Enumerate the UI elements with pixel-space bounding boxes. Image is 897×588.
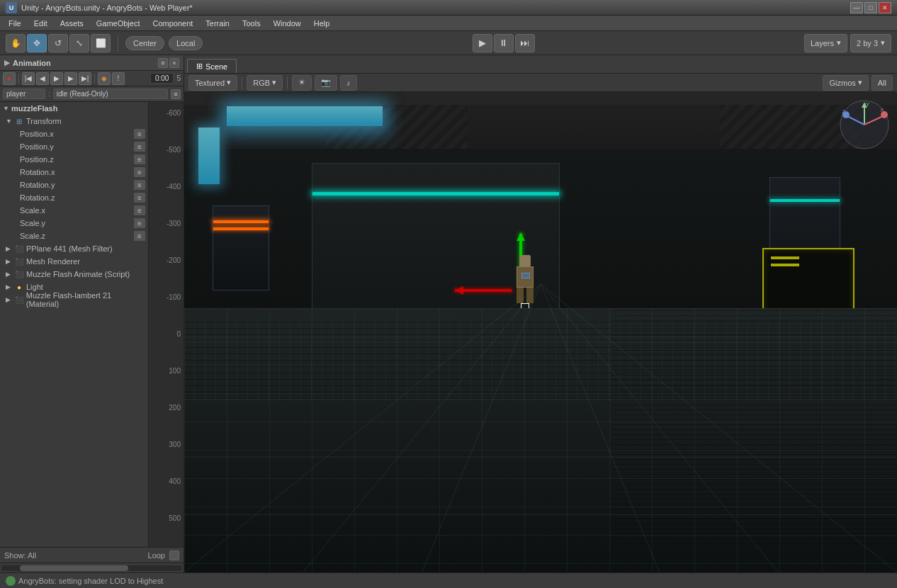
layers-dropdown[interactable]: Layers ▾ bbox=[804, 34, 847, 52]
menu-assets[interactable]: Assets bbox=[55, 18, 89, 29]
panel-menu-button[interactable]: ≡ bbox=[158, 58, 168, 68]
prop-posx[interactable]: Position.x ≡ bbox=[0, 128, 148, 140]
gizmos-button[interactable]: Gizmos ▾ bbox=[823, 75, 868, 91]
prop-material[interactable]: ▶ ⬛ Muzzle Flash-lambert 21 (Material) bbox=[0, 293, 148, 306]
player-field[interactable]: player bbox=[3, 89, 45, 99]
layers-chevron-icon: ▾ bbox=[837, 38, 841, 47]
property-names-list: ▼ muzzleFlash ▼ ⊞ Transform Position.x ≡ bbox=[0, 102, 149, 547]
prev-keyframe-button[interactable]: |◀ bbox=[22, 72, 35, 85]
anim-play-button[interactable]: ▶ bbox=[50, 72, 63, 85]
prop-transform[interactable]: ▼ ⊞ Transform bbox=[0, 115, 148, 128]
prop-scaley[interactable]: Scale.y ≡ bbox=[0, 217, 148, 230]
tab-scene[interactable]: ⊞ Scene bbox=[187, 59, 237, 73]
prop-meshfilter[interactable]: ▶ ⬛ PPlane 441 (Mesh Filter) bbox=[0, 242, 148, 255]
prop-roty[interactable]: Rotation.y ≡ bbox=[0, 179, 148, 191]
prop-script-label: Muzzle Flash Animate (Script) bbox=[26, 270, 130, 278]
unity-logo: U bbox=[6, 2, 17, 13]
prop-script[interactable]: ▶ ⬛ Muzzle Flash Animate (Script) bbox=[0, 268, 148, 281]
play-button[interactable]: ▶ bbox=[473, 34, 492, 52]
loop-checkbox[interactable] bbox=[169, 550, 179, 560]
center-button[interactable]: Center bbox=[125, 36, 164, 50]
prop-muzzleflash[interactable]: ▼ muzzleFlash bbox=[0, 102, 148, 115]
meshfilter-expand-icon: ▶ bbox=[6, 245, 13, 252]
svg-line-3 bbox=[541, 284, 660, 572]
menu-component[interactable]: Component bbox=[147, 18, 198, 29]
add-event-button[interactable]: ! bbox=[112, 72, 125, 85]
prop-meshrenderer[interactable]: ▶ ⬛ Mesh Renderer bbox=[0, 255, 148, 268]
center-label: Center bbox=[133, 39, 157, 47]
timeline-num-600: -600 bbox=[167, 109, 181, 117]
close-button[interactable]: ✕ bbox=[879, 2, 891, 13]
scroll-track[interactable] bbox=[1, 565, 182, 571]
audio-button[interactable]: ♪ bbox=[340, 75, 357, 91]
all-button[interactable]: All bbox=[871, 75, 893, 91]
sun-button[interactable]: ☀ bbox=[292, 75, 312, 91]
textured-dropdown[interactable]: Textured ▾ bbox=[188, 75, 237, 91]
prop-scalex[interactable]: Scale.x ≡ bbox=[0, 204, 148, 217]
prop-rotx[interactable]: Rotation.x ≡ bbox=[0, 166, 148, 179]
clip-menu-button[interactable]: ≡ bbox=[171, 89, 181, 99]
scale-tool-button[interactable]: ⤡ bbox=[69, 34, 89, 52]
add-keyframe-button[interactable]: ◆ bbox=[98, 72, 111, 85]
hand-tool-button[interactable]: ✋ bbox=[6, 34, 26, 52]
prop-muzzleflash-label: muzzleFlash bbox=[11, 104, 57, 113]
prop-posz[interactable]: Position.z ≡ bbox=[0, 153, 148, 166]
timestamp-field[interactable]: 0:00 bbox=[150, 73, 174, 84]
clip-field[interactable]: idle (Read-Only) bbox=[53, 89, 168, 99]
prop-scalex-label: Scale.x bbox=[20, 206, 45, 215]
animation-title: Animation bbox=[13, 59, 51, 67]
prop-posy-label: Position.y bbox=[20, 142, 54, 151]
prop-scalex-handle: ≡ bbox=[134, 205, 145, 215]
scene-viewport[interactable]: Y X Z bbox=[184, 92, 897, 572]
light-icon: ● bbox=[14, 282, 24, 292]
panel-lock-button[interactable]: × bbox=[169, 58, 179, 68]
timeline-num-0: 0 bbox=[176, 330, 181, 338]
menu-window[interactable]: Window bbox=[268, 18, 307, 29]
rect-tool-button[interactable]: ⬜ bbox=[91, 34, 111, 52]
toolbar-sep-1 bbox=[118, 35, 118, 52]
timeline-body: ▼ muzzleFlash ▼ ⊞ Transform Position.x ≡ bbox=[0, 102, 184, 547]
timeline-num-300: -300 bbox=[167, 220, 181, 227]
next-frame-button[interactable]: ▶ bbox=[64, 72, 77, 85]
svg-line-4 bbox=[541, 284, 778, 572]
timeline-num-200p: 200 bbox=[169, 404, 181, 412]
record-button[interactable]: ● bbox=[3, 72, 16, 85]
menu-edit[interactable]: Edit bbox=[28, 18, 53, 29]
scroll-thumb[interactable] bbox=[20, 565, 128, 571]
menu-terrain[interactable]: Terrain bbox=[200, 18, 235, 29]
rgb-dropdown[interactable]: RGB ▾ bbox=[247, 75, 283, 91]
timeline-num-100p: 100 bbox=[169, 367, 181, 375]
menu-file[interactable]: File bbox=[3, 18, 27, 29]
next-keyframe-button[interactable]: ▶| bbox=[79, 72, 91, 85]
timeline-numbers: -600 -500 -400 -300 -200 -100 0 100 200 … bbox=[149, 102, 184, 547]
svg-text:Z: Z bbox=[842, 108, 845, 115]
maximize-button[interactable]: □ bbox=[864, 2, 877, 13]
prop-posy[interactable]: Position.y ≡ bbox=[0, 140, 148, 153]
animation-controls-bar: ● |◀ ◀ ▶ ▶ ▶| ◆ ! 0:00 5 bbox=[0, 71, 184, 86]
step-button[interactable]: ⏭ bbox=[515, 34, 535, 52]
content-area: ▶ Animation ≡ × ● |◀ ◀ ▶ ▶ ▶| ◆ ! bbox=[0, 55, 897, 572]
sun-icon: ☀ bbox=[298, 78, 305, 87]
player-row: player : idle (Read-Only) ≡ bbox=[0, 86, 184, 102]
prop-scalez-label: Scale.z bbox=[20, 232, 45, 240]
prop-scalez[interactable]: Scale.z ≡ bbox=[0, 230, 148, 242]
yellow-stripe-2 bbox=[771, 264, 799, 266]
prop-rotz[interactable]: Rotation.z ≡ bbox=[0, 191, 148, 204]
prop-posz-label: Position.z bbox=[20, 155, 54, 164]
menu-gameobject[interactable]: GameObject bbox=[91, 18, 146, 29]
layout-dropdown[interactable]: 2 by 3 ▾ bbox=[850, 34, 891, 52]
move-tool-button[interactable]: ✥ bbox=[27, 34, 47, 52]
timeline-num-500: -500 bbox=[167, 146, 181, 154]
menu-tools[interactable]: Tools bbox=[237, 18, 266, 29]
camera-button[interactable]: 📷 bbox=[315, 75, 337, 91]
prop-roty-handle: ≡ bbox=[134, 180, 145, 190]
local-button[interactable]: Local bbox=[169, 36, 203, 50]
rotate-tool-button[interactable]: ↺ bbox=[48, 34, 68, 52]
prev-frame-button[interactable]: ◀ bbox=[36, 72, 49, 85]
svg-text:X: X bbox=[880, 107, 884, 113]
minimize-button[interactable]: — bbox=[850, 2, 863, 13]
layout-chevron-icon: ▾ bbox=[881, 38, 885, 47]
side-light-left bbox=[198, 128, 220, 184]
menu-help[interactable]: Help bbox=[308, 18, 336, 29]
pause-button[interactable]: ⏸ bbox=[494, 34, 514, 52]
